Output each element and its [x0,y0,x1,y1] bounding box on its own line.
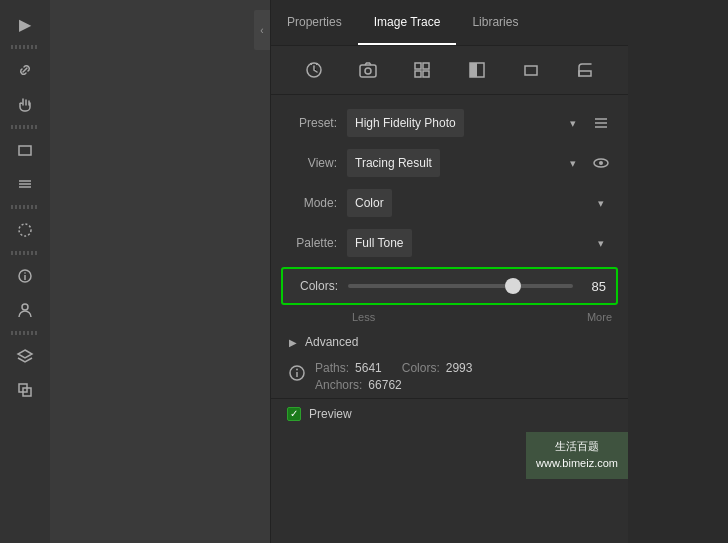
svg-rect-0 [19,146,31,155]
watermark: 生活百题 www.bimeiz.com [526,432,628,479]
tool-rail: ▶ [0,0,50,543]
preview-checkbox[interactable]: ✓ [287,407,301,421]
preset-select[interactable]: High Fidelity Photo [347,109,464,137]
preset-label: Preset: [287,116,347,130]
eye-icon[interactable] [590,152,612,174]
info-tool-icon[interactable] [9,260,41,292]
tab-bar: Properties Image Trace Libraries [271,0,628,46]
paths-label: Paths: [315,361,349,375]
colors-stat-label: Colors: [402,361,440,375]
svg-rect-20 [525,66,537,75]
svg-rect-17 [423,71,429,77]
expand-icon: ▶ [287,336,299,348]
form-area: Preset: High Fidelity Photo View: Tracin… [271,95,628,543]
svg-rect-15 [423,63,429,69]
view-row: View: Tracing Result [271,143,628,183]
tab-properties[interactable]: Properties [271,0,358,45]
less-more-row: Less More [271,309,628,329]
camera-icon[interactable] [354,56,382,84]
tab-image-trace[interactable]: Image Trace [358,0,457,45]
preset-select-wrapper: High Fidelity Photo [347,109,584,137]
preset-type-icon[interactable] [300,56,328,84]
watermark-line2: www.bimeiz.com [536,455,618,473]
tool-divider-4 [11,251,39,255]
preview-checkbox-wrapper[interactable]: ✓ Preview [287,407,352,421]
colors-stat: Colors: 2993 [402,361,473,375]
svg-point-29 [296,369,298,371]
hand-tool-icon[interactable] [9,88,41,120]
checkmark-icon: ✓ [290,409,298,419]
svg-point-4 [19,224,31,236]
collapse-panel-button[interactable]: ‹ [254,10,270,50]
anchors-label: Anchors: [315,378,362,392]
tab-libraries[interactable]: Libraries [456,0,534,45]
colors-value: 85 [581,279,606,294]
watermark-area: 生活百题 www.bimeiz.com [271,429,628,479]
view-select[interactable]: Tracing Result [347,149,440,177]
advanced-row[interactable]: ▶ Advanced [271,329,628,355]
svg-rect-19 [470,63,477,77]
stats-content: Paths: 5641 Colors: 2993 Anchors: 66762 [315,361,472,392]
colors-row: Colors: 85 [281,267,618,305]
list-options-icon[interactable] [590,112,612,134]
tool-divider-1 [11,45,39,49]
mode-row: Mode: Color [271,183,628,223]
svg-point-7 [24,272,26,274]
svg-point-8 [22,304,28,310]
svg-rect-16 [415,71,421,77]
mode-select-wrapper: Color [347,189,612,217]
paths-value: 5641 [355,361,382,375]
svg-point-13 [365,68,371,74]
colors-label: Colors: [293,279,348,293]
circle-tool-icon[interactable] [9,214,41,246]
corner-rect-icon[interactable] [571,56,599,84]
view-select-wrapper: Tracing Result [347,149,584,177]
stats-row: Paths: 5641 Colors: 2993 Anchors: 66762 [271,355,628,398]
preview-label: Preview [309,407,352,421]
rect-outline-icon[interactable] [517,56,545,84]
colors-stat-value: 2993 [446,361,473,375]
palette-select-wrapper: Full Tone [347,229,612,257]
anchors-value: 66762 [368,378,401,392]
svg-point-26 [599,161,603,165]
layers-tool-icon[interactable] [9,340,41,372]
stats-line-1: Paths: 5641 Colors: 2993 [315,361,472,375]
right-panel: Properties Image Trace Libraries [270,0,628,543]
watermark-line1: 生活百题 [536,438,618,456]
svg-rect-12 [360,65,376,77]
rectangle-tool-icon[interactable] [9,134,41,166]
half-fill-icon[interactable] [463,56,491,84]
link-tool-icon[interactable] [9,54,41,86]
palette-select[interactable]: Full Tone [347,229,412,257]
more-label: More [587,311,612,323]
trace-icon-row [271,46,628,95]
tool-divider-2 [11,125,39,129]
view-label: View: [287,156,347,170]
svg-rect-21 [579,71,591,76]
canvas-area: ‹ [50,0,270,543]
left-panel: ▶ [0,0,270,543]
anchors-stat: Anchors: 66762 [315,378,402,392]
svg-rect-14 [415,63,421,69]
tool-divider-5 [11,331,39,335]
person-tool-icon[interactable] [9,294,41,326]
preset-row: Preset: High Fidelity Photo [271,103,628,143]
grid-icon[interactable] [408,56,436,84]
advanced-label: Advanced [305,335,358,349]
palette-label: Palette: [287,236,347,250]
mode-select[interactable]: Color [347,189,392,217]
lines-tool-icon[interactable] [9,168,41,200]
colors-slider[interactable] [348,284,573,288]
play-tool-icon[interactable]: ▶ [9,8,41,40]
preview-row: ✓ Preview [271,398,628,429]
less-label: Less [352,311,375,323]
tool-divider-3 [11,205,39,209]
paths-stat: Paths: 5641 [315,361,382,375]
mode-label: Mode: [287,196,347,210]
crop-tool-icon[interactable] [9,374,41,406]
palette-row: Palette: Full Tone [271,223,628,263]
stats-info-icon [287,363,307,383]
stats-line-2: Anchors: 66762 [315,378,472,392]
